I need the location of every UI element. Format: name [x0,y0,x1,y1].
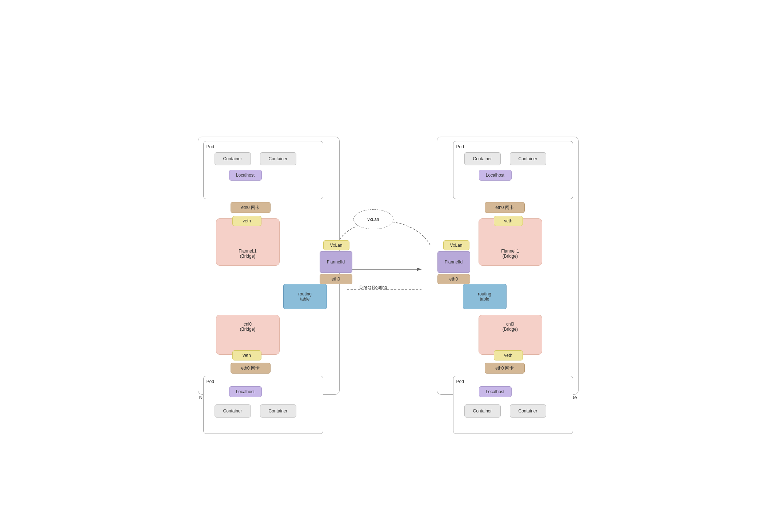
right-top-localhost: Localhost [479,170,512,181]
diagram-container: Node Pod Container Container Localhost e… [194,133,582,399]
left-top-pod: Pod Container Container Localhost [203,141,323,199]
right-top-pod: Pod Container Container Localhost [453,141,573,199]
right-bottom-pod-label: Pod [456,379,464,384]
right-top-container1: Container [464,152,501,165]
right-routing-table: routing table [463,284,507,309]
right-flannel-veth: veth [494,216,523,226]
right-bottom-container2: Container [510,404,546,418]
right-top-pod-label: Pod [456,144,464,149]
right-top-container2: Container [510,152,546,165]
left-bottom-pod-label: Pod [207,379,214,384]
left-flannel-veth: veth [232,216,261,226]
left-bottom-container2: Container [260,404,296,418]
right-vxlan: VxLan [443,240,469,250]
right-eth0: eth0 [437,274,470,284]
direct-routing-label: Direct Routing [360,285,387,290]
center-vxlan: vxLan [353,209,393,229]
left-top-pod-label: Pod [207,144,214,149]
left-routing-table: routing table [283,284,327,309]
left-cni0-label: cni0 (Bridge) [240,322,256,332]
left-cni0-box: cni0 (Bridge) [216,315,280,355]
right-bottom-pod: Pod Localhost Container Container [453,376,573,434]
left-flanneld: FlannelId [320,251,352,273]
left-flannel-label: Flannel.1 (Bridge) [239,249,256,259]
left-top-eth0: eth0 网卡 [231,202,271,213]
right-top-eth0: eth0 网卡 [485,202,525,213]
left-top-localhost: Localhost [229,170,262,181]
right-cni0-box: cni0 (Bridge) [479,315,542,355]
right-bottom-container1: Container [464,404,501,418]
left-bottom-eth0: eth0 网卡 [231,363,271,374]
left-top-container2: Container [260,152,296,165]
right-flannel-label: Flannel.1 (Bridge) [501,249,519,259]
left-vxlan: VxLan [323,240,349,250]
right-bottom-eth0: eth0 网卡 [485,363,525,374]
left-top-container1: Container [215,152,251,165]
left-bottom-pod: Pod Localhost Container Container [203,376,323,434]
right-cni0-veth: veth [494,350,523,360]
right-cni0-label: cni0 (Bridge) [503,322,518,332]
left-cni0-veth: veth [232,350,261,360]
right-bottom-localhost: Localhost [479,386,512,397]
left-bottom-localhost: Localhost [229,386,262,397]
left-eth0: eth0 [320,274,352,284]
left-bottom-container1: Container [215,404,251,418]
right-flanneld: FlannelId [437,251,470,273]
